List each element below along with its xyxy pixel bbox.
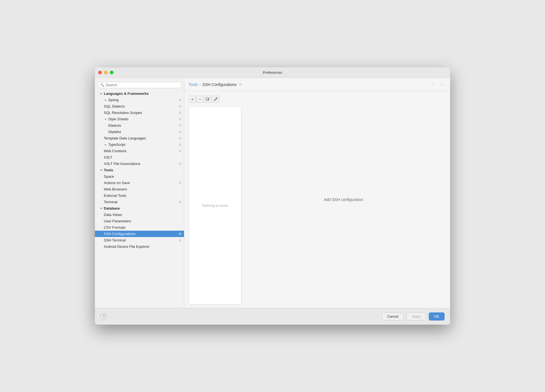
sidebar-item-label: XSLT — [104, 155, 181, 159]
forward-arrow[interactable]: → — [438, 82, 446, 88]
sidebar-item-dialects[interactable]: Dialects ⊟ — [95, 122, 184, 129]
sidebar-item-label: Android Device File Explorer — [104, 245, 181, 249]
sidebar-item-label: External Tools — [104, 194, 181, 198]
sidebar-item-label: Actions on Save — [104, 181, 179, 185]
ssh-config-list: Nothing to show — [189, 106, 241, 305]
sidebar-item-stylelint[interactable]: Stylelint ⊟ — [95, 129, 184, 135]
settings-icon: ⊟ — [179, 117, 181, 121]
sidebar-item-label: Database — [104, 206, 181, 210]
help-button[interactable]: ? — [100, 313, 107, 320]
back-arrow[interactable]: ← — [429, 82, 437, 88]
sidebar-item-sql-resolution-scopes[interactable]: SQL Resolution Scopes ⊟ — [95, 110, 184, 116]
search-input-wrap[interactable]: 🔍 — [98, 82, 181, 88]
minimize-button[interactable] — [104, 71, 108, 74]
settings-icon: ⊟ — [179, 105, 181, 108]
breadcrumb-current: SSH Configurations — [202, 82, 236, 87]
chevron-down-icon: ▸ — [99, 92, 103, 95]
settings-icon: ⊟ — [179, 130, 181, 134]
sidebar-item-label: Terminal — [104, 200, 179, 204]
sidebar-item-style-sheets[interactable]: ▾ Style Sheets ⊟ — [95, 116, 184, 122]
sidebar-item-user-parameters[interactable]: User Parameters — [95, 218, 184, 224]
sidebar-item-csv-formats[interactable]: CSV Formats — [95, 224, 184, 231]
sidebar-item-label: SQL Dialects — [104, 104, 179, 108]
copy-icon — [206, 97, 210, 101]
sidebar-item-xslt-file-associations[interactable]: XSLT File Associations ⊟ — [95, 161, 184, 167]
chevron-down-icon: ▾ — [99, 169, 103, 172]
apply-button[interactable]: Apply — [407, 312, 426, 320]
settings-icon: ⊟ — [179, 143, 181, 146]
svg-rect-1 — [206, 98, 208, 100]
close-button[interactable] — [98, 71, 102, 74]
breadcrumb: Tools › SSH Configurations ⊟ — [189, 82, 242, 87]
sidebar-item-spring[interactable]: ▸ Spring ⊟ — [95, 97, 184, 103]
sidebar-item-data-views[interactable]: Data Views — [95, 212, 184, 218]
sidebar-item-web-contexts[interactable]: Web Contexts ⊟ — [95, 148, 184, 154]
sidebar-item-database[interactable]: ▾ Database — [95, 205, 184, 212]
maximize-button[interactable] — [110, 71, 113, 74]
remove-button[interactable]: − — [196, 96, 204, 103]
search-icon: 🔍 — [100, 83, 104, 87]
sidebar-item-label: Languages & Frameworks — [104, 91, 181, 96]
sidebar-item-terminal[interactable]: Terminal ⊟ — [95, 199, 184, 205]
edit-icon — [214, 97, 218, 101]
empty-message: Nothing to show — [202, 203, 228, 208]
sidebar-item-label: Stylelint — [108, 130, 179, 134]
sidebar-item-label: Space — [104, 174, 181, 179]
header-settings-icon: ⊟ — [239, 83, 242, 86]
settings-icon: ⊟ — [179, 181, 181, 185]
sidebar-item-android-device-file-explorer[interactable]: Android Device File Explorer — [95, 243, 184, 250]
main-content: 🔍 ▸ Languages & Frameworks ▸ Spring ⊟ SQ… — [95, 78, 450, 308]
content-header: Tools › SSH Configurations ⊟ ← → — [184, 78, 450, 91]
traffic-lights — [98, 71, 113, 74]
footer: ? Cancel Apply OK — [95, 308, 450, 325]
sidebar-item-label: User Parameters — [104, 219, 181, 223]
search-input[interactable] — [106, 83, 179, 87]
sidebar-item-label: TypeScript — [108, 142, 179, 147]
preferences-window: Preferences 🔍 ▸ Languages & Frameworks ▸… — [95, 67, 450, 325]
ok-button[interactable]: OK — [429, 312, 445, 320]
right-panel: Add SSH configuration — [241, 95, 446, 305]
sidebar-item-actions-on-save[interactable]: Actions on Save ⊟ — [95, 180, 184, 186]
sidebar-item-label: Spring — [108, 98, 179, 102]
sidebar-item-label: SSH Configurations — [104, 232, 179, 236]
sidebar-item-tools[interactable]: ▾ Tools — [95, 167, 184, 173]
copy-button[interactable] — [204, 96, 211, 103]
sidebar-item-label: Dialects — [108, 123, 179, 128]
settings-icon: ⊟ — [179, 136, 181, 140]
edit-button[interactable] — [212, 96, 219, 103]
sidebar-item-label: Data Views — [104, 213, 181, 217]
titlebar: Preferences — [95, 67, 450, 78]
sidebar-item-sql-dialects[interactable]: SQL Dialects ⊟ — [95, 103, 184, 110]
sidebar-item-web-browsers[interactable]: Web Browsers — [95, 186, 184, 192]
chevron-right-icon: ▸ — [104, 143, 107, 146]
sidebar-item-typescript[interactable]: ▸ TypeScript ⊟ — [95, 141, 184, 148]
toolbar-row: + − — [189, 95, 241, 104]
search-bar: 🔍 — [95, 80, 184, 90]
settings-icon: ⊟ — [179, 232, 181, 236]
chevron-down-icon: ▾ — [104, 118, 107, 121]
sidebar-item-label: SSH Terminal — [104, 238, 179, 242]
chevron-down-icon: ▾ — [99, 207, 103, 210]
window-title: Preferences — [263, 70, 282, 75]
sidebar-item-space[interactable]: Space — [95, 173, 184, 180]
sidebar-item-ssh-configurations[interactable]: SSH Configurations ⊟ — [95, 231, 184, 237]
add-button[interactable]: + — [189, 96, 196, 103]
settings-icon: ⊟ — [179, 162, 181, 166]
content-area: Tools › SSH Configurations ⊟ ← → + − — [184, 78, 450, 308]
sidebar-item-label: SQL Resolution Scopes — [104, 111, 179, 115]
chevron-right-icon: ▸ — [104, 98, 107, 102]
sidebar-item-label: Web Contexts — [104, 149, 179, 153]
footer-left: ? — [100, 313, 107, 320]
cancel-button[interactable]: Cancel — [382, 312, 403, 320]
add-ssh-text: Add SSH configuration — [324, 197, 363, 202]
sidebar-item-languages-frameworks[interactable]: ▸ Languages & Frameworks — [95, 90, 184, 97]
content-body: + − — [184, 91, 450, 308]
sidebar-item-xslt[interactable]: XSLT — [95, 154, 184, 161]
sidebar-item-template-data-languages[interactable]: Template Data Languages ⊟ — [95, 135, 184, 141]
sidebar-item-ssh-terminal[interactable]: SSH Terminal ⊟ — [95, 237, 184, 243]
breadcrumb-root[interactable]: Tools — [189, 82, 198, 87]
settings-icon: ⊟ — [179, 149, 181, 153]
sidebar-item-external-tools[interactable]: External Tools — [95, 192, 184, 199]
sidebar-item-label: Style Sheets — [108, 117, 179, 121]
sidebar-item-label: Template Data Languages — [104, 136, 179, 140]
